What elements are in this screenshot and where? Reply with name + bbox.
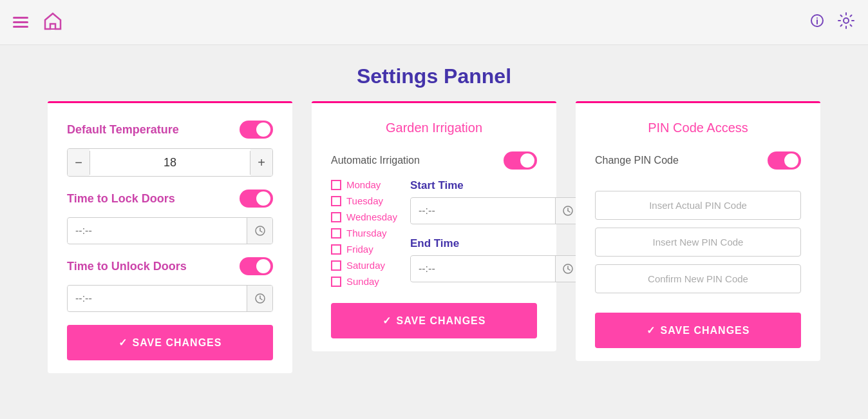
temperature-input-row: − + bbox=[67, 148, 273, 177]
unlock-time-clock-button[interactable] bbox=[247, 286, 272, 311]
header bbox=[0, 0, 868, 45]
lock-time-input-row bbox=[67, 217, 273, 244]
monday-checkbox[interactable] bbox=[331, 180, 341, 190]
thursday-checkbox[interactable] bbox=[331, 228, 341, 239]
monday-label: Monday bbox=[346, 179, 381, 190]
lock-toggle[interactable] bbox=[240, 190, 273, 208]
svg-line-10 bbox=[260, 298, 262, 300]
end-time-input[interactable] bbox=[411, 257, 555, 281]
temperature-save-label: SAVE CHANGES bbox=[133, 337, 222, 349]
sunday-checkbox[interactable] bbox=[331, 277, 341, 287]
irrigation-save-label: SAVE CHANGES bbox=[397, 315, 486, 327]
auto-irrigation-toggle[interactable] bbox=[504, 151, 537, 170]
tuesday-checkbox[interactable] bbox=[331, 196, 341, 206]
actual-pin-input[interactable] bbox=[595, 191, 801, 220]
wednesday-checkbox[interactable] bbox=[331, 212, 341, 222]
temperature-toggle[interactable] bbox=[240, 121, 273, 139]
list-item: Sunday bbox=[331, 276, 397, 287]
gear-icon[interactable] bbox=[837, 12, 855, 34]
lock-toggle-row: Time to Lock Doors bbox=[67, 190, 273, 208]
irrigation-save-checkmark: ✓ bbox=[382, 315, 392, 327]
wednesday-label: Wednesday bbox=[346, 211, 397, 222]
pin-save-label: SAVE CHANGES bbox=[661, 325, 750, 336]
friday-label: Friday bbox=[346, 244, 373, 255]
end-time-input-row bbox=[410, 255, 581, 282]
irrigation-save-button[interactable]: ✓ SAVE CHANGES bbox=[331, 303, 537, 338]
temperature-decrease-button[interactable]: − bbox=[68, 149, 90, 176]
confirm-pin-input[interactable] bbox=[595, 264, 801, 293]
lock-time-input[interactable] bbox=[68, 219, 247, 243]
home-icon[interactable] bbox=[41, 10, 64, 35]
panels-container: Default Temperature − + Time to Lock Doo… bbox=[0, 101, 868, 386]
list-item: Wednesday bbox=[331, 211, 397, 222]
svg-line-7 bbox=[260, 231, 262, 232]
page-title: Settings Pannel bbox=[0, 64, 868, 88]
lock-time-clock-button[interactable] bbox=[247, 218, 272, 244]
start-time-input[interactable] bbox=[411, 199, 555, 223]
svg-line-13 bbox=[568, 211, 570, 212]
change-pin-label: Change PIN Code bbox=[595, 155, 679, 166]
change-pin-toggle-row: Change PIN Code bbox=[595, 151, 801, 170]
panel-temperature: Default Temperature − + Time to Lock Doo… bbox=[48, 101, 292, 373]
list-item: Saturday bbox=[331, 260, 397, 271]
temperature-increase-button[interactable]: + bbox=[250, 149, 272, 176]
saturday-label: Saturday bbox=[346, 260, 385, 271]
friday-checkbox[interactable] bbox=[331, 244, 341, 255]
list-item: Friday bbox=[331, 244, 397, 255]
unlock-toggle-row: Time to Unlock Doors bbox=[67, 257, 273, 275]
temperature-value-input[interactable] bbox=[90, 151, 250, 175]
hamburger-menu-icon[interactable] bbox=[13, 14, 28, 30]
thursday-label: Thursday bbox=[346, 228, 387, 239]
sunday-label: Sunday bbox=[346, 276, 379, 287]
header-left bbox=[13, 10, 64, 35]
header-right bbox=[810, 12, 855, 34]
svg-point-3 bbox=[816, 17, 818, 19]
start-time-label: Start Time bbox=[410, 179, 581, 192]
info-icon[interactable] bbox=[810, 14, 824, 32]
panel-irrigation: Garden Irrigation Automatic Irrigation M… bbox=[312, 101, 556, 351]
auto-irrigation-toggle-row: Automatic Irrigation bbox=[331, 151, 537, 170]
unlock-time-input[interactable] bbox=[68, 286, 247, 311]
unlock-toggle[interactable] bbox=[240, 257, 273, 275]
svg-line-16 bbox=[568, 269, 570, 270]
irrigation-content: Monday Tuesday Wednesday Thursday bbox=[331, 179, 537, 297]
page-title-section: Settings Pannel bbox=[0, 45, 868, 101]
tuesday-label: Tuesday bbox=[346, 195, 383, 206]
start-time-input-row bbox=[410, 197, 581, 224]
pin-save-checkmark: ✓ bbox=[646, 324, 656, 336]
auto-irrigation-label: Automatic Irrigation bbox=[331, 155, 420, 166]
days-list: Monday Tuesday Wednesday Thursday bbox=[331, 179, 397, 287]
saturday-checkbox[interactable] bbox=[331, 260, 341, 271]
pin-title: PIN Code Access bbox=[595, 121, 801, 135]
temperature-save-checkmark: ✓ bbox=[118, 336, 127, 349]
panel-pin: PIN Code Access Change PIN Code ✓ SAVE C… bbox=[576, 101, 820, 361]
list-item: Monday bbox=[331, 179, 397, 190]
list-item: Tuesday bbox=[331, 195, 397, 206]
lock-label: Time to Lock Doors bbox=[67, 192, 175, 206]
end-time-label: End Time bbox=[410, 237, 581, 250]
temperature-label: Default Temperature bbox=[67, 123, 179, 137]
temperature-toggle-row: Default Temperature bbox=[67, 121, 273, 139]
temperature-save-button[interactable]: ✓ SAVE CHANGES bbox=[67, 325, 273, 360]
unlock-time-input-row bbox=[67, 285, 273, 312]
irrigation-title: Garden Irrigation bbox=[331, 121, 537, 135]
unlock-label: Time to Unlock Doors bbox=[67, 260, 187, 273]
irrigation-days-col: Monday Tuesday Wednesday Thursday bbox=[331, 179, 397, 297]
pin-save-button[interactable]: ✓ SAVE CHANGES bbox=[595, 313, 801, 348]
change-pin-toggle[interactable] bbox=[768, 151, 801, 170]
svg-point-4 bbox=[844, 18, 849, 23]
irrigation-times-col: Start Time End Time bbox=[410, 179, 581, 297]
list-item: Thursday bbox=[331, 228, 397, 239]
new-pin-input[interactable] bbox=[595, 228, 801, 257]
